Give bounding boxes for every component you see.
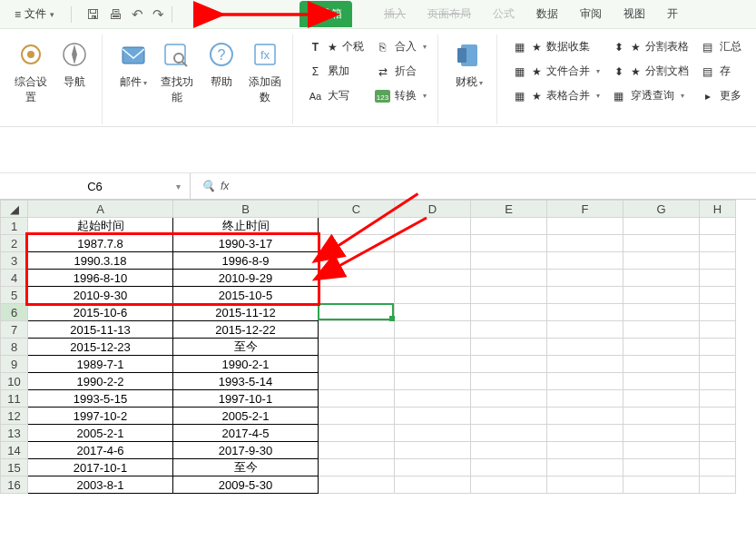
- cell-G5[interactable]: [623, 287, 700, 304]
- row-header-3[interactable]: 3: [1, 252, 28, 270]
- menu-button[interactable]: ≡ 文件 ▾: [5, 3, 64, 25]
- cell-G13[interactable]: [623, 425, 700, 442]
- btn-upper[interactable]: Aa大写: [302, 85, 369, 106]
- save-icon[interactable]: 🖫: [86, 6, 100, 22]
- cell-H5[interactable]: [700, 287, 736, 304]
- cell-F9[interactable]: [547, 356, 623, 373]
- cell-C4[interactable]: [319, 270, 395, 287]
- btn-split-table[interactable]: ⬍★分割表格: [605, 36, 694, 57]
- btn-data-collect[interactable]: ▦★数据收集: [506, 36, 605, 57]
- tab-insert[interactable]: 插入: [374, 1, 416, 27]
- cell-F15[interactable]: [547, 459, 623, 476]
- btn-help[interactable]: ? 帮助: [200, 34, 243, 93]
- cell-D13[interactable]: [395, 425, 471, 442]
- cell-C11[interactable]: [319, 390, 395, 408]
- cell-H16[interactable]: [700, 476, 736, 494]
- zoom-icon[interactable]: 🔍: [201, 180, 215, 192]
- cell-C12[interactable]: [319, 408, 395, 425]
- cell-D8[interactable]: [395, 339, 471, 356]
- btn-table-merge[interactable]: ▦★表格合并▾: [506, 85, 605, 106]
- btn-summary[interactable]: ▤汇总: [694, 36, 747, 57]
- cell-G15[interactable]: [623, 459, 700, 476]
- cell-C2[interactable]: [319, 235, 395, 252]
- btn-finance[interactable]: 财税▾: [447, 34, 491, 93]
- cell-H15[interactable]: [700, 459, 736, 476]
- cell-D15[interactable]: [395, 459, 471, 476]
- cell-C13[interactable]: [319, 425, 395, 442]
- cell-D12[interactable]: [395, 408, 471, 425]
- row-header-15[interactable]: 15: [1, 459, 28, 476]
- btn-file-merge[interactable]: ▦★文件合并▾: [506, 61, 605, 82]
- row-header-8[interactable]: 8: [1, 339, 28, 356]
- row-header-13[interactable]: 13: [1, 425, 28, 442]
- cell-B3[interactable]: 1996-8-9: [173, 252, 319, 270]
- row-header-12[interactable]: 12: [1, 408, 28, 425]
- cell-H2[interactable]: [700, 235, 736, 252]
- cell-H6[interactable]: [700, 304, 736, 321]
- cell-A14[interactable]: 2017-4-6: [28, 442, 173, 459]
- cell-F8[interactable]: [547, 339, 623, 356]
- cell-H9[interactable]: [700, 356, 736, 373]
- cell-A7[interactable]: 2015-11-13: [28, 321, 173, 339]
- select-all-corner[interactable]: ◢: [1, 201, 28, 218]
- cell-D3[interactable]: [395, 252, 471, 270]
- row-header-1[interactable]: 1: [1, 218, 28, 235]
- cell-E5[interactable]: [471, 287, 547, 304]
- cell-D1[interactable]: [395, 218, 471, 235]
- cell-B9[interactable]: 1990-2-1: [173, 356, 319, 373]
- cell-G7[interactable]: [623, 321, 700, 339]
- cell-E8[interactable]: [471, 339, 547, 356]
- cell-H14[interactable]: [700, 442, 736, 459]
- row-header-14[interactable]: 14: [1, 442, 28, 459]
- cell-C15[interactable]: [319, 459, 395, 476]
- cell-B4[interactable]: 2010-9-29: [173, 270, 319, 287]
- btn-find[interactable]: 查找功能: [155, 34, 199, 109]
- cell-B11[interactable]: 1997-10-1: [173, 390, 319, 408]
- cell-A8[interactable]: 2015-12-23: [28, 339, 173, 356]
- tab-formula[interactable]: 公式: [483, 1, 525, 27]
- cell-F5[interactable]: [547, 287, 623, 304]
- cell-A16[interactable]: 2003-8-1: [28, 476, 173, 494]
- cell-H12[interactable]: [700, 408, 736, 425]
- cell-D5[interactable]: [395, 287, 471, 304]
- undo-icon[interactable]: ↶: [132, 6, 143, 23]
- name-box[interactable]: ▾: [0, 173, 191, 199]
- cell-E2[interactable]: [471, 235, 547, 252]
- cell-D11[interactable]: [395, 390, 471, 408]
- cell-E7[interactable]: [471, 321, 547, 339]
- col-header-F[interactable]: F: [547, 201, 623, 218]
- cell-E4[interactable]: [471, 270, 547, 287]
- fx-area[interactable]: 🔍 fx: [191, 180, 240, 192]
- cell-C6[interactable]: [319, 304, 395, 321]
- cell-G4[interactable]: [623, 270, 700, 287]
- btn-more[interactable]: ▸更多: [694, 85, 747, 106]
- cell-F7[interactable]: [547, 321, 623, 339]
- col-header-B[interactable]: B: [173, 201, 319, 218]
- redo-icon[interactable]: ↷: [152, 6, 164, 23]
- tab-review[interactable]: 审阅: [570, 1, 612, 27]
- cell-C16[interactable]: [319, 476, 395, 494]
- btn-add-function[interactable]: fx 添加函数: [243, 34, 287, 109]
- cell-E12[interactable]: [471, 408, 547, 425]
- cell-D10[interactable]: [395, 373, 471, 390]
- cell-G12[interactable]: [623, 408, 700, 425]
- cell-G3[interactable]: [623, 252, 700, 270]
- cell-G6[interactable]: [623, 304, 700, 321]
- cell-F12[interactable]: [547, 408, 623, 425]
- row-header-2[interactable]: 2: [1, 235, 28, 252]
- cell-F14[interactable]: [547, 442, 623, 459]
- cell-C10[interactable]: [319, 373, 395, 390]
- col-header-C[interactable]: C: [319, 201, 395, 218]
- cell-H13[interactable]: [700, 425, 736, 442]
- cell-H8[interactable]: [700, 339, 736, 356]
- row-header-7[interactable]: 7: [1, 321, 28, 339]
- cell-H4[interactable]: [700, 270, 736, 287]
- btn-navigation[interactable]: 导航: [53, 34, 96, 93]
- cell-A15[interactable]: 2017-10-1: [28, 459, 173, 476]
- tab-data[interactable]: 数据: [526, 1, 568, 27]
- cell-A12[interactable]: 1997-10-2: [28, 408, 173, 425]
- tab-layout[interactable]: 页面布局: [417, 1, 481, 27]
- cell-G8[interactable]: [623, 339, 700, 356]
- cell-B5[interactable]: 2015-10-5: [173, 287, 319, 304]
- cell-D6[interactable]: [395, 304, 471, 321]
